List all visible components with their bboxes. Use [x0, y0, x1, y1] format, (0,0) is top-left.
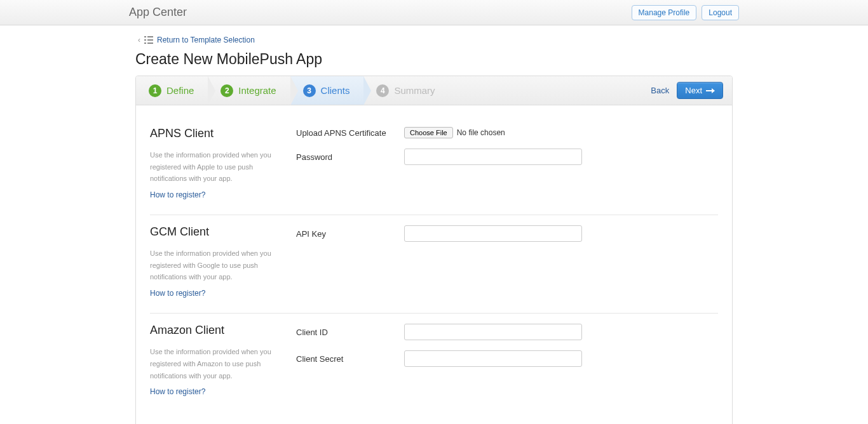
apns-password-input[interactable] — [404, 149, 582, 165]
amazon-section: Amazon Client Use the information provid… — [150, 313, 718, 411]
step-define[interactable]: 1 Define — [136, 76, 208, 105]
amazon-description: Use the information provided when you re… — [150, 346, 283, 381]
page-title: Create New MobilePush App — [135, 51, 733, 68]
arrow-right-icon — [706, 88, 715, 93]
step-number: 1 — [149, 84, 161, 97]
apns-description: Use the information provided when you re… — [150, 149, 283, 185]
step-integrate[interactable]: 2 Integrate — [208, 76, 290, 105]
step-label: Define — [166, 85, 194, 96]
amazon-how-to-register-link[interactable]: How to register? — [150, 387, 205, 396]
apns-upload-label: Upload APNS Certificate — [296, 128, 404, 138]
next-button[interactable]: Next — [677, 82, 723, 99]
amazon-title: Amazon Client — [150, 324, 283, 337]
gcm-how-to-register-link[interactable]: How to register? — [150, 289, 205, 298]
next-button-label: Next — [685, 86, 702, 95]
step-label: Clients — [321, 85, 350, 96]
gcm-section: GCM Client Use the information provided … — [150, 215, 718, 313]
gcm-title: GCM Client — [150, 225, 283, 239]
step-bar: 1 Define 2 Integrate 3 Clients 4 Summary… — [136, 76, 732, 105]
choose-file-button[interactable]: Choose File — [404, 127, 453, 138]
list-icon — [144, 36, 153, 44]
logout-button[interactable]: Logout — [702, 5, 739, 20]
step-number: 2 — [220, 84, 233, 97]
manage-profile-button[interactable]: Manage Profile — [632, 5, 697, 20]
chevron-left-icon: ‹ — [138, 36, 140, 44]
step-label: Summary — [394, 85, 435, 96]
wizard-box: 1 Define 2 Integrate 3 Clients 4 Summary… — [135, 76, 733, 424]
step-clients[interactable]: 3 Clients — [290, 76, 364, 105]
amazon-clientsecret-label: Client Secret — [296, 354, 404, 364]
gcm-apikey-input[interactable] — [404, 225, 582, 242]
step-summary[interactable]: 4 Summary — [363, 76, 449, 105]
file-chosen-status: No file chosen — [457, 128, 505, 137]
gcm-apikey-label: API Key — [296, 229, 404, 239]
amazon-clientsecret-input[interactable] — [404, 350, 582, 367]
step-number: 4 — [376, 84, 389, 97]
return-to-template-link[interactable]: Return to Template Selection — [157, 36, 255, 44]
app-title: App Center — [129, 6, 187, 19]
back-link[interactable]: Back — [651, 86, 669, 95]
step-number: 3 — [303, 84, 316, 97]
apns-title: APNS Client — [150, 127, 283, 140]
apns-password-label: Password — [296, 152, 404, 162]
top-bar: App Center Manage Profile Logout — [0, 0, 868, 25]
amazon-clientid-label: Client ID — [296, 328, 404, 337]
top-bar-actions: Manage Profile Logout — [632, 5, 739, 20]
gcm-description: Use the information provided when you re… — [150, 248, 283, 283]
apns-section: APNS Client Use the information provided… — [150, 117, 718, 215]
step-label: Integrate — [238, 85, 276, 96]
apns-how-to-register-link[interactable]: How to register? — [150, 190, 205, 199]
return-row: ‹ Return to Template Selection — [138, 36, 733, 44]
amazon-clientid-input[interactable] — [404, 324, 582, 340]
